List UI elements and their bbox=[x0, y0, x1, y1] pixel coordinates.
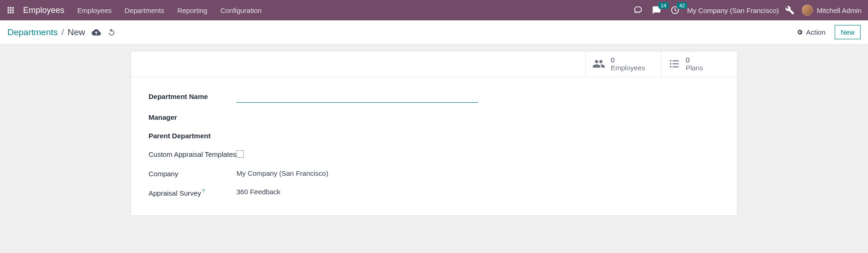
svg-rect-0 bbox=[7, 7, 9, 8]
stat-plans-label: Plans bbox=[686, 64, 703, 72]
stat-plans-count: 0 bbox=[686, 56, 703, 64]
breadcrumb-root[interactable]: Departments bbox=[7, 27, 58, 37]
nav-configuration[interactable]: Configuration bbox=[220, 6, 261, 14]
field-department-name: Department Name bbox=[149, 92, 719, 103]
svg-rect-1 bbox=[10, 7, 11, 8]
nav-reporting[interactable]: Reporting bbox=[177, 6, 207, 14]
username-label: Mitchell Admin bbox=[817, 6, 862, 14]
user-menu[interactable]: Mitchell Admin bbox=[802, 5, 862, 16]
label-department-name: Department Name bbox=[149, 92, 236, 100]
appraisal-survey-value[interactable]: 360 Feedback bbox=[236, 188, 280, 196]
list-icon bbox=[668, 58, 680, 70]
svg-rect-6 bbox=[7, 12, 9, 13]
apps-menu-icon[interactable] bbox=[6, 6, 15, 14]
app-title[interactable]: Employees bbox=[23, 6, 64, 15]
avatar bbox=[802, 5, 813, 16]
breadcrumb-separator: / bbox=[62, 27, 64, 37]
company-value[interactable]: My Company (San Francisco) bbox=[236, 169, 328, 177]
field-appraisal-survey: Appraisal Survey? 360 Feedback bbox=[149, 188, 719, 197]
activities-icon[interactable]: 42 bbox=[670, 6, 680, 15]
form-sheet: 0 Employees 0 Plans Department Name bbox=[130, 51, 738, 216]
company-selector[interactable]: My Company (San Francisco) bbox=[687, 6, 779, 14]
svg-rect-17 bbox=[673, 63, 679, 64]
voip-icon[interactable] bbox=[633, 6, 643, 15]
messages-badge: 14 bbox=[658, 2, 669, 9]
field-parent-department: Parent Department bbox=[149, 131, 719, 140]
breadcrumb: Departments / New bbox=[7, 27, 116, 37]
label-parent-department: Parent Department bbox=[149, 131, 236, 140]
svg-rect-8 bbox=[12, 12, 13, 13]
stat-buttons-row: 0 Employees 0 Plans bbox=[131, 51, 737, 77]
nav-departments[interactable]: Departments bbox=[124, 6, 164, 14]
discard-icon[interactable] bbox=[107, 28, 116, 37]
svg-rect-18 bbox=[673, 67, 679, 68]
label-appraisal-survey: Appraisal Survey? bbox=[149, 188, 236, 197]
help-icon[interactable]: ? bbox=[202, 188, 205, 194]
stat-employees-button[interactable]: 0 Employees bbox=[585, 51, 661, 77]
save-cloud-icon[interactable] bbox=[92, 28, 101, 37]
label-manager: Manager bbox=[149, 113, 236, 121]
stat-employees-label: Employees bbox=[611, 64, 645, 72]
nav-employees[interactable]: Employees bbox=[77, 6, 112, 14]
svg-point-15 bbox=[670, 66, 671, 68]
svg-point-10 bbox=[638, 12, 639, 12]
stat-plans-button[interactable]: 0 Plans bbox=[661, 51, 737, 77]
gear-icon bbox=[796, 29, 803, 36]
stat-employees-count: 0 bbox=[611, 56, 645, 64]
field-manager: Manager bbox=[149, 113, 719, 121]
label-custom-appraisal: Custom Appraisal Templates bbox=[149, 150, 236, 158]
action-label: Action bbox=[806, 28, 825, 36]
label-company: Company bbox=[149, 169, 236, 178]
form-body: Department Name Manager Parent Departmen… bbox=[131, 77, 737, 216]
svg-rect-5 bbox=[12, 9, 13, 11]
svg-point-9 bbox=[636, 12, 637, 12]
svg-rect-4 bbox=[10, 9, 11, 11]
svg-rect-2 bbox=[12, 7, 13, 8]
main-area: 0 Employees 0 Plans Department Name bbox=[0, 44, 868, 216]
department-name-input[interactable] bbox=[236, 92, 478, 103]
messages-icon[interactable]: 14 bbox=[652, 6, 661, 15]
svg-point-14 bbox=[670, 63, 671, 65]
field-custom-appraisal: Custom Appraisal Templates bbox=[149, 150, 719, 159]
svg-rect-3 bbox=[7, 9, 9, 11]
svg-rect-16 bbox=[673, 61, 679, 62]
debug-tools-icon[interactable] bbox=[785, 6, 794, 15]
svg-point-13 bbox=[670, 60, 671, 62]
svg-point-11 bbox=[639, 12, 640, 12]
new-button[interactable]: New bbox=[835, 25, 861, 39]
top-navbar: Employees Employees Departments Reportin… bbox=[0, 0, 868, 20]
breadcrumb-current: New bbox=[68, 27, 85, 37]
custom-appraisal-checkbox[interactable] bbox=[236, 150, 244, 158]
svg-rect-7 bbox=[10, 12, 11, 13]
users-icon bbox=[592, 57, 605, 70]
action-dropdown-button[interactable]: Action bbox=[792, 25, 830, 39]
field-company: Company My Company (San Francisco) bbox=[149, 169, 719, 178]
control-bar: Departments / New Action New bbox=[0, 20, 868, 44]
activities-badge: 42 bbox=[677, 2, 687, 9]
